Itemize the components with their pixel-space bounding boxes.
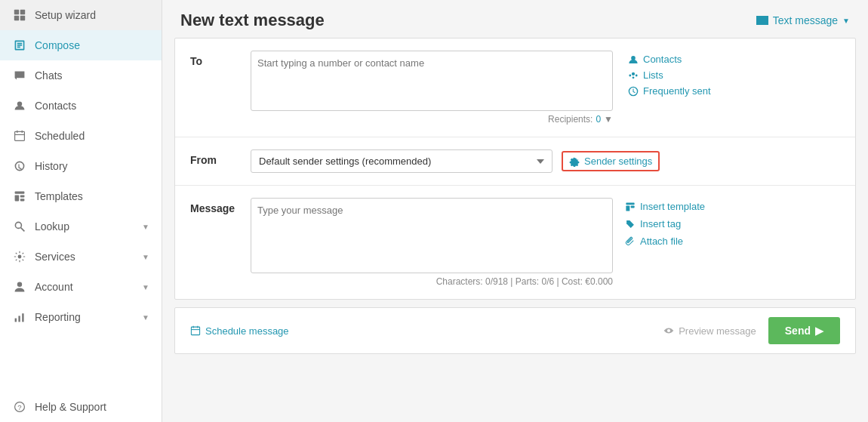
svg-line-14 [21, 228, 25, 232]
contacts-icon [12, 98, 27, 113]
svg-point-26 [636, 74, 638, 76]
message-input[interactable] [251, 198, 613, 273]
sidebar-item-label: Setup wizard [35, 9, 149, 21]
account-icon [12, 279, 27, 294]
schedule-message-link[interactable]: Schedule message [190, 325, 289, 337]
sender-settings-label: Sender settings [584, 156, 652, 167]
to-input[interactable] [251, 51, 613, 111]
lists-link-icon [628, 70, 639, 81]
recipients-count: Recipients: 0 ▼ [251, 114, 613, 125]
sidebar-item-compose[interactable]: Compose [0, 30, 162, 60]
from-select[interactable]: Default sender settings (recommended) [251, 149, 553, 173]
svg-point-23 [632, 72, 635, 75]
preview-message-link[interactable]: Preview message [663, 325, 756, 337]
sidebar-item-history[interactable]: History [0, 151, 162, 181]
message-label: Message [190, 198, 251, 214]
sidebar-item-scheduled[interactable]: Scheduled [0, 121, 162, 151]
svg-text:?: ? [17, 403, 21, 411]
to-links-panel: Contacts Lists Frequently sent [628, 51, 711, 97]
history-icon [12, 159, 27, 174]
sidebar-item-help[interactable]: ? Help & Support [0, 392, 162, 422]
frequently-sent-label: Frequently sent [643, 85, 711, 97]
svg-rect-5 [15, 131, 25, 140]
recipients-dropdown-icon: ▼ [604, 114, 613, 125]
svg-rect-28 [626, 202, 634, 205]
send-button[interactable]: Send ▶ [768, 317, 840, 344]
sidebar-item-templates[interactable]: Templates [0, 181, 162, 211]
template-icon [625, 202, 636, 212]
sidebar-item-account[interactable]: Account ▼ [0, 272, 162, 302]
svg-rect-0 [14, 10, 19, 14]
svg-rect-2 [14, 16, 19, 20]
svg-point-25 [629, 74, 631, 76]
sidebar-item-label: Lookup [35, 220, 134, 233]
message-type-label: Text message [773, 14, 838, 26]
sender-settings-link[interactable]: Sender settings [562, 151, 660, 171]
insert-template-label: Insert template [640, 201, 705, 212]
contacts-link-icon [628, 54, 639, 65]
chevron-down-icon: ▼ [142, 253, 149, 261]
send-button-label: Send [785, 325, 811, 337]
recipients-count-badge[interactable]: 0 [596, 114, 601, 125]
sidebar-item-contacts[interactable]: Contacts [0, 91, 162, 121]
eye-icon [663, 327, 674, 334]
svg-rect-31 [191, 327, 199, 335]
calendar-icon [190, 325, 201, 336]
to-field: Recipients: 0 ▼ Contacts Lists [251, 51, 840, 125]
message-row: Message Characters: 0/918 | Parts: 0/6 |… [175, 186, 855, 299]
svg-rect-17 [15, 319, 17, 322]
message-actions-panel: Insert template Insert tag Attach file [625, 198, 705, 247]
clock-icon [628, 86, 639, 97]
frequently-sent-link[interactable]: Frequently sent [628, 85, 711, 97]
page-title: New text message [180, 11, 325, 30]
sidebar-item-label: Services [35, 251, 134, 263]
services-icon [12, 249, 27, 264]
lists-link[interactable]: Lists [628, 69, 711, 81]
compose-form: To Recipients: 0 ▼ Contacts [174, 38, 856, 300]
message-area: Characters: 0/918 | Parts: 0/6 | Cost: €… [251, 198, 840, 287]
preview-message-label: Preview message [679, 325, 756, 337]
sidebar-item-chats[interactable]: Chats [0, 60, 162, 91]
svg-point-22 [631, 56, 636, 60]
svg-rect-11 [20, 195, 25, 197]
svg-rect-3 [20, 16, 25, 20]
svg-rect-10 [15, 195, 20, 201]
svg-rect-12 [20, 199, 25, 201]
insert-tag-label: Insert tag [640, 218, 681, 229]
to-label: To [190, 51, 251, 67]
sidebar-item-reporting[interactable]: Reporting ▼ [0, 302, 162, 332]
sidebar-item-label: Templates [35, 190, 149, 202]
dropdown-arrow-icon: ▼ [842, 17, 850, 25]
svg-point-13 [15, 222, 21, 228]
templates-icon [12, 189, 27, 204]
chevron-down-icon: ▼ [142, 283, 149, 291]
sidebar-item-label: Account [35, 281, 134, 293]
sidebar-item-services[interactable]: Services ▼ [0, 242, 162, 272]
sidebar-item-setup-wizard[interactable]: Setup wizard [0, 0, 162, 30]
page-header: New text message Text message ▼ [162, 0, 868, 38]
from-field: Default sender settings (recommended) Se… [251, 149, 840, 173]
contacts-link[interactable]: Contacts [628, 54, 711, 65]
schedule-message-label: Schedule message [205, 325, 289, 337]
recipients-label: Recipients: [548, 114, 593, 125]
tag-icon [625, 219, 636, 229]
insert-tag-link[interactable]: Insert tag [625, 218, 705, 229]
svg-rect-1 [20, 10, 25, 14]
sidebar-item-label: Compose [35, 39, 149, 51]
insert-template-link[interactable]: Insert template [625, 201, 705, 212]
svg-point-16 [17, 282, 22, 287]
sidebar-item-lookup[interactable]: Lookup ▼ [0, 211, 162, 242]
sidebar-item-label: History [35, 160, 149, 172]
gear-icon [569, 156, 580, 167]
svg-rect-29 [626, 205, 629, 211]
paperclip-icon [625, 236, 636, 247]
help-icon: ? [12, 399, 27, 414]
attach-file-link[interactable]: Attach file [625, 236, 705, 247]
lists-link-label: Lists [643, 69, 663, 81]
message-type-selector[interactable]: Text message ▼ [756, 14, 850, 26]
svg-rect-19 [22, 313, 23, 322]
message-stats: Characters: 0/918 | Parts: 0/6 | Cost: €… [251, 276, 613, 287]
svg-point-4 [17, 101, 22, 106]
sidebar-item-label: Reporting [35, 311, 134, 323]
reporting-icon [12, 310, 27, 325]
